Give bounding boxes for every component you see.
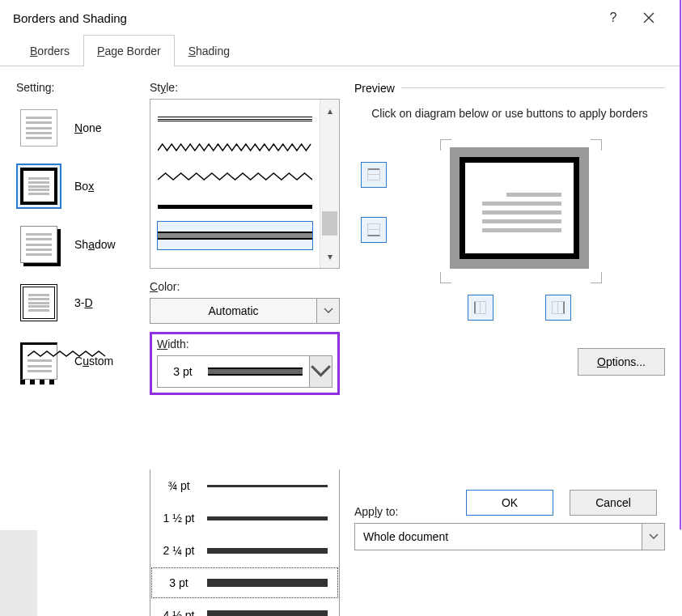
style-item-triple-line[interactable]: [157, 104, 313, 134]
setting-option-none[interactable]: [16, 105, 61, 151]
width-combo[interactable]: 3 pt: [157, 355, 333, 388]
scroll-down-icon[interactable]: ▾: [320, 245, 339, 268]
preview-corner-guide: [591, 272, 602, 283]
color-value: Automatic: [150, 304, 316, 317]
svg-rect-4: [379, 168, 380, 181]
width-option[interactable]: 2 ¼ pt: [150, 534, 339, 567]
titlebar: Borders and Shading ?: [0, 0, 680, 36]
svg-rect-16: [557, 301, 558, 314]
width-section-highlight: Width: 3 pt: [150, 332, 340, 395]
options-button[interactable]: Options...: [578, 348, 665, 376]
preview-page[interactable]: [450, 147, 589, 269]
width-dropdown-list[interactable]: ¾ pt 1 ½ pt 2 ¼ pt 3 pt 4 ½ pt 6 pt: [150, 469, 340, 616]
color-combo[interactable]: Automatic: [150, 298, 340, 324]
tab-page-border[interactable]: Page Border: [83, 35, 175, 66]
svg-rect-7: [367, 223, 380, 224]
cancel-button[interactable]: Cancel: [570, 490, 657, 516]
svg-rect-11: [480, 301, 481, 314]
svg-rect-6: [367, 229, 380, 230]
dialog-title: Borders and Shading: [13, 11, 127, 25]
setting-option-box[interactable]: [16, 164, 61, 209]
setting-option-none-label: None: [74, 121, 101, 134]
preview-corner-guide: [591, 139, 602, 151]
svg-rect-1: [367, 174, 380, 175]
setting-option-box-label: Box: [74, 180, 94, 193]
preview-section: Preview Click on diagram below or use bu…: [354, 81, 665, 550]
svg-rect-17: [552, 301, 553, 314]
apply-to-combo[interactable]: Whole document: [354, 523, 665, 550]
setting-option-3d[interactable]: [16, 280, 61, 325]
svg-rect-13: [474, 301, 486, 302]
preview-corner-guide: [440, 272, 451, 283]
setting-section: Setting: None Box Shadow: [16, 81, 146, 390]
tab-borders[interactable]: Borders: [16, 35, 83, 66]
svg-rect-9: [379, 223, 380, 236]
svg-rect-10: [474, 301, 476, 314]
svg-rect-2: [367, 180, 380, 181]
scroll-thumb[interactable]: [322, 211, 337, 236]
setting-option-custom[interactable]: [16, 338, 61, 384]
svg-rect-12: [485, 301, 486, 314]
svg-rect-0: [367, 168, 380, 170]
width-option[interactable]: ¾ pt: [150, 469, 339, 502]
preview-hint: Click on diagram below or use buttons to…: [354, 107, 665, 120]
preview-page-text-icon: [482, 188, 561, 237]
svg-rect-18: [552, 301, 564, 302]
width-option[interactable]: 1 ½ pt: [150, 502, 339, 534]
style-label: Style:: [150, 81, 340, 94]
width-value: 3 pt: [158, 365, 208, 378]
apply-to-value: Whole document: [355, 530, 642, 543]
style-list[interactable]: ▴ ▾: [150, 99, 340, 269]
tab-shading[interactable]: Shading: [175, 35, 244, 66]
svg-rect-8: [367, 223, 368, 236]
scroll-up-icon[interactable]: ▴: [320, 100, 339, 122]
style-item-zigzag-small[interactable]: [157, 134, 313, 163]
svg-rect-19: [552, 313, 564, 314]
style-section: Style: ▴ ▾: [150, 81, 340, 395]
border-top-toggle[interactable]: [361, 162, 387, 188]
style-scrollbar[interactable]: ▴ ▾: [320, 100, 339, 268]
setting-option-3d-label: 3-D: [74, 296, 93, 309]
svg-rect-15: [563, 301, 565, 314]
close-button[interactable]: [631, 0, 667, 36]
svg-rect-5: [367, 235, 380, 236]
setting-label: Setting:: [16, 81, 146, 94]
style-item-gradient-bar[interactable]: [157, 221, 313, 250]
svg-rect-3: [367, 168, 368, 181]
color-label: Color:: [150, 280, 340, 293]
svg-rect-14: [474, 313, 486, 314]
border-right-toggle[interactable]: [545, 295, 571, 321]
tab-bar: Borders Page Border Shading: [0, 36, 680, 66]
width-option[interactable]: 3 pt: [150, 567, 339, 599]
style-item-zigzag-large[interactable]: [157, 163, 313, 192]
border-bottom-toggle[interactable]: [361, 217, 387, 243]
color-dropdown-button[interactable]: [316, 299, 339, 323]
width-label: Width:: [157, 338, 333, 350]
style-item-thick-solid[interactable]: [157, 192, 313, 221]
apply-to-dropdown-button[interactable]: [642, 524, 664, 550]
preview-label: Preview: [354, 82, 401, 95]
ok-button[interactable]: OK: [466, 490, 553, 516]
width-option[interactable]: 4 ½ pt: [150, 599, 339, 616]
border-left-toggle[interactable]: [468, 295, 493, 321]
setting-option-shadow-label: Shadow: [74, 238, 116, 251]
setting-option-shadow[interactable]: [16, 222, 61, 267]
borders-and-shading-dialog: Borders and Shading ? Borders Page Borde…: [0, 0, 680, 530]
help-button[interactable]: ?: [595, 0, 631, 36]
width-dropdown-button[interactable]: [309, 356, 332, 387]
